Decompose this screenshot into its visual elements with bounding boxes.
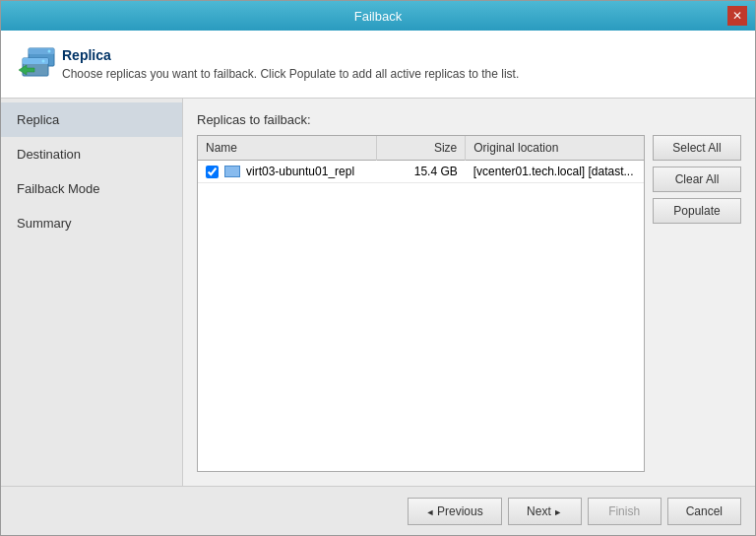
finish-button[interactable]: Finish: [588, 498, 662, 525]
sidebar-item-destination[interactable]: Destination: [1, 137, 182, 171]
header-title: Replica: [62, 47, 519, 63]
table-and-buttons: Name Size Original location: [197, 135, 741, 472]
col-name: Name: [198, 136, 376, 161]
header-text: Replica Choose replicas you want to fail…: [62, 47, 519, 81]
table-row: virt03-ubuntu01_repl 15.4 GB [vcenter01.…: [198, 161, 644, 183]
table-container: Name Size Original location: [197, 135, 645, 472]
select-all-button[interactable]: Select All: [653, 135, 741, 161]
content-area: Replica Destination Failback Mode Summar…: [1, 99, 755, 486]
svg-point-5: [42, 60, 45, 63]
header-description: Choose replicas you want to failback. Cl…: [62, 67, 519, 81]
size-cell: 15.4 GB: [376, 161, 466, 183]
next-button[interactable]: Next: [508, 498, 582, 525]
name-cell: virt03-ubuntu01_repl: [198, 161, 376, 183]
sidebar-item-summary[interactable]: Summary: [1, 206, 182, 240]
clear-all-button[interactable]: Clear All: [653, 167, 741, 192]
sidebar-item-replica[interactable]: Replica: [1, 102, 182, 137]
main-content: Replicas to failback: Name Size Original…: [183, 99, 755, 486]
replicas-label: Replicas to failback:: [197, 112, 741, 127]
col-location: Original location: [466, 136, 644, 161]
window-title: Failback: [29, 9, 727, 24]
location-cell: [vcenter01.tech.local] [datast...: [466, 161, 644, 183]
replicas-table: Name Size Original location: [198, 136, 644, 183]
footer: Previous Next Finish Cancel: [1, 486, 755, 535]
col-size: Size: [376, 136, 466, 161]
next-arrow-icon: [551, 504, 562, 518]
side-buttons: Select All Clear All Populate: [653, 135, 741, 472]
header-section: Replica Choose replicas you want to fail…: [1, 31, 755, 99]
previous-button[interactable]: Previous: [408, 498, 502, 525]
previous-arrow-icon: [426, 504, 437, 518]
close-button[interactable]: ✕: [727, 6, 747, 26]
title-bar: Failback ✕: [1, 1, 755, 31]
cancel-button[interactable]: Cancel: [667, 498, 741, 525]
vm-name: virt03-ubuntu01_repl: [246, 165, 354, 178]
vm-icon: [224, 166, 240, 177]
sidebar-item-failback-mode[interactable]: Failback Mode: [1, 171, 182, 206]
sidebar: Replica Destination Failback Mode Summar…: [1, 99, 183, 486]
populate-button[interactable]: Populate: [653, 198, 741, 224]
failback-window: Failback ✕ Replica Choose replicas you w…: [0, 0, 756, 536]
row-checkbox[interactable]: [206, 166, 219, 178]
svg-point-2: [48, 50, 51, 53]
replica-icon: [15, 40, 62, 88]
